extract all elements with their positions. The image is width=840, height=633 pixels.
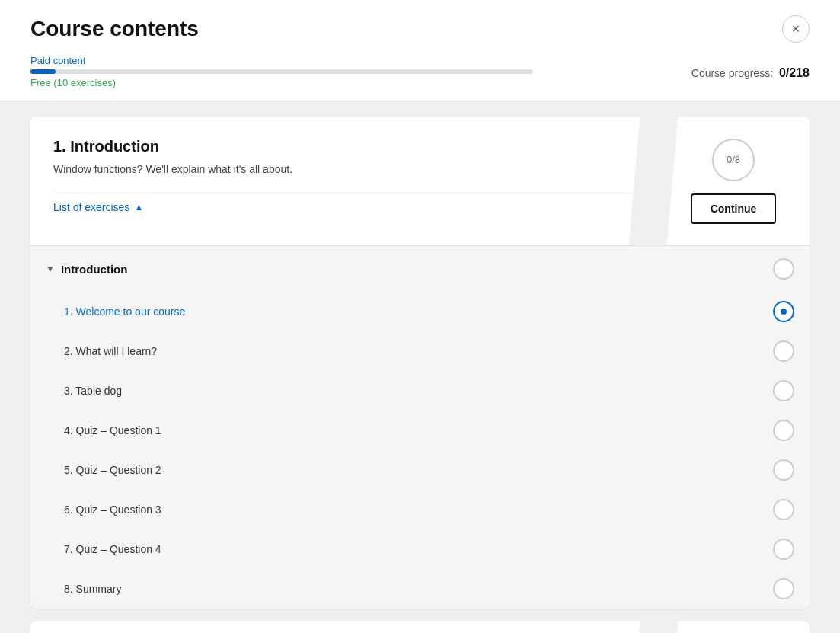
close-button[interactable]: ×: [782, 15, 810, 43]
exercise-status-4: [773, 420, 794, 441]
exercise-item-1[interactable]: 1. Welcome to our course: [30, 292, 810, 331]
course-progress-label: Course progress:: [691, 67, 773, 79]
page-header: Course contents × Paid content Free (10 …: [0, 0, 840, 101]
section-1-progress-total: 8: [735, 154, 740, 165]
section-2-right: 0/17 Continue: [657, 621, 810, 633]
paid-progress-bar: [30, 69, 533, 74]
page-title: Course contents: [30, 17, 199, 41]
section-1-continue-button[interactable]: Continue: [691, 193, 777, 224]
exercise-label-2: 2. What will I learn?: [64, 345, 157, 357]
exercise-status-8: [773, 578, 794, 599]
subsection-title: Introduction: [61, 263, 127, 276]
exercise-item-7[interactable]: 7. Quiz – Question 4: [30, 529, 810, 569]
exercise-label-4: 4. Quiz – Question 1: [64, 424, 161, 436]
exercise-status-7: [773, 539, 794, 560]
course-progress-current: 0: [779, 66, 786, 79]
exercise-status-1: [773, 301, 794, 322]
exercise-label-3: 3. Table dog: [64, 385, 122, 397]
exercises-list-1: ▼ Introduction 1. Welcome to our course …: [30, 245, 810, 609]
section-1-number: 1.: [53, 138, 66, 155]
section-2-header: 2. OVER() Your first encounter with wind…: [30, 621, 810, 633]
exercises-toggle-1[interactable]: List of exercises ▲: [53, 190, 634, 224]
subsection-status: [773, 258, 794, 280]
section-1-name: Introduction: [70, 138, 159, 155]
exercise-item-3[interactable]: 3. Table dog: [30, 371, 810, 411]
section-1-progress-current: 0: [727, 154, 732, 165]
exercise-label-5: 5. Quiz – Question 2: [64, 464, 161, 476]
exercise-label-7: 7. Quiz – Question 4: [64, 543, 161, 555]
section-card-2: 2. OVER() Your first encounter with wind…: [30, 621, 810, 633]
section-card-1: 1. Introduction Window functions? We'll …: [30, 117, 810, 609]
course-progress-total: 218: [789, 66, 810, 79]
course-progress: Course progress: 0/218: [691, 66, 810, 80]
section-1-header: 1. Introduction Window functions? We'll …: [30, 117, 810, 245]
header-top: Course contents ×: [30, 15, 810, 43]
exercise-status-5: [773, 459, 794, 481]
exercises-toggle-label-1: List of exercises: [53, 201, 129, 213]
exercise-label-1: 1. Welcome to our course: [64, 305, 185, 318]
paid-progress-fill: [30, 69, 56, 74]
paid-content-label: Paid content: [30, 55, 676, 66]
free-content-label: Free (10 exercises): [30, 77, 676, 88]
chevron-down-icon: ▼: [46, 264, 55, 274]
exercise-item-4[interactable]: 4. Quiz – Question 1: [30, 411, 810, 450]
main-content: 1. Introduction Window functions? We'll …: [0, 101, 840, 633]
subsection-header-introduction[interactable]: ▼ Introduction: [30, 246, 810, 292]
exercise-status-3: [773, 380, 794, 401]
exercise-label-8: 8. Summary: [64, 583, 121, 595]
exercise-label-6: 6. Quiz – Question 3: [64, 504, 161, 516]
section-1-description: Window functions? We'll explain what it'…: [53, 161, 634, 177]
exercise-item-8[interactable]: 8. Summary: [30, 569, 810, 609]
section-1-progress: 0/8: [712, 139, 755, 181]
progress-area: Paid content Free (10 exercises) Course …: [30, 55, 810, 101]
section-1-right: 0/8 Continue: [657, 117, 810, 245]
chevron-up-icon-1: ▲: [134, 202, 143, 213]
exercise-item-5[interactable]: 5. Quiz – Question 2: [30, 450, 810, 490]
section-1-title: 1. Introduction: [53, 138, 634, 155]
exercise-item-6[interactable]: 6. Quiz – Question 3: [30, 490, 810, 529]
exercise-status-2: [773, 340, 794, 362]
exercise-status-6: [773, 499, 794, 520]
exercise-item-2[interactable]: 2. What will I learn?: [30, 331, 810, 371]
